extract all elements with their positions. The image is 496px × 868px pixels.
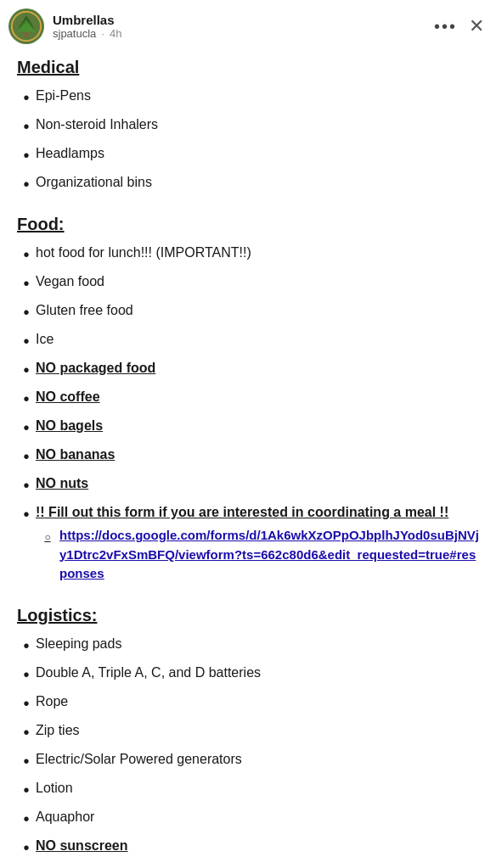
bullet-text: Sleeping pads	[36, 634, 479, 654]
list-item: •Lotion	[17, 778, 479, 802]
bullet-icon: •	[17, 749, 36, 773]
section-logistics: Logistics:•Sleeping pads•Double A, Tripl…	[17, 606, 479, 860]
app-container: Umbrellas sjpatucla · 4h ••• ✕ Medical•E…	[0, 0, 496, 868]
list-item: •NO packaged food	[17, 358, 479, 382]
list-item: •Organizational bins	[17, 172, 479, 196]
bullet-icon: •	[17, 720, 36, 744]
time-ago: 4h	[110, 27, 121, 40]
bullet-text: Ice	[36, 329, 479, 350]
list-item: •Gluten free food	[17, 300, 479, 324]
bullet-icon: •	[17, 172, 36, 196]
bullet-text: Gluten free food	[36, 300, 479, 321]
bullet-list-food: •hot food for lunch!!! (IMPORTANT!!)•Veg…	[17, 243, 479, 587]
bullet-icon: •	[17, 387, 36, 411]
bullet-icon: •	[17, 692, 36, 715]
list-item: •NO bananas	[17, 445, 479, 468]
avatar	[8, 8, 44, 44]
header-right: ••• ✕	[434, 15, 484, 37]
bullet-icon: •	[17, 86, 36, 109]
list-item: •Rope	[17, 692, 479, 715]
bullet-icon: •	[17, 836, 36, 860]
list-item: •NO bagels	[17, 416, 479, 440]
bullet-text: Non-steroid Inhalers	[36, 115, 479, 135]
bullet-text: !! Fill out this form if you are interes…	[36, 502, 479, 587]
bullet-icon: •	[17, 115, 36, 138]
bullet-icon: •	[17, 807, 36, 831]
bullet-icon: •	[17, 358, 36, 382]
list-item: •NO nuts	[17, 473, 479, 497]
list-item: •NO coffee	[17, 387, 479, 411]
bullet-text: Electric/Solar Powered generators	[36, 749, 479, 770]
list-item: •Double A, Triple A, C, and D batteries	[17, 663, 479, 686]
list-item: •Aquaphor	[17, 807, 479, 831]
bullet-text: NO coffee	[36, 387, 479, 407]
bullet-text: NO nuts	[36, 473, 479, 494]
content: Medical•Epi-Pens•Non-steroid Inhalers•He…	[0, 51, 496, 868]
dot-separator: ·	[101, 27, 104, 40]
meta-line: sjpatucla · 4h	[53, 27, 121, 40]
list-item: •Electric/Solar Powered generators	[17, 749, 479, 773]
list-item: •NO sunscreen	[17, 836, 479, 860]
sub-bullet-text[interactable]: https://docs.google.com/forms/d/1Ak6wkXz…	[59, 526, 479, 584]
bullet-icon: •	[17, 416, 36, 440]
section-title-food: Food:	[17, 215, 479, 234]
logo-icon	[11, 11, 42, 42]
list-item: •Zip ties	[17, 720, 479, 744]
bullet-text: Vegan food	[36, 272, 479, 292]
list-item: •Vegan food	[17, 272, 479, 295]
bullet-text: Epi-Pens	[36, 86, 479, 106]
section-food: Food:•hot food for lunch!!! (IMPORTANT!!…	[17, 215, 479, 587]
bullet-text: Double A, Triple A, C, and D batteries	[36, 663, 479, 683]
more-options-button[interactable]: •••	[434, 17, 457, 36]
bullet-text: Lotion	[36, 778, 479, 798]
sub-list-item: ○https://docs.google.com/forms/d/1Ak6wkX…	[36, 526, 479, 584]
bullet-icon: •	[17, 634, 36, 658]
bullet-icon: •	[17, 329, 36, 353]
svg-rect-2	[25, 31, 28, 36]
bullet-icon: •	[17, 143, 36, 167]
bullet-icon: •	[17, 272, 36, 295]
section-medical: Medical•Epi-Pens•Non-steroid Inhalers•He…	[17, 58, 479, 196]
bullet-list-logistics: •Sleeping pads•Double A, Triple A, C, an…	[17, 634, 479, 860]
bullet-text: Headlamps	[36, 143, 479, 164]
header-text: Umbrellas sjpatucla · 4h	[53, 13, 121, 40]
bullet-text: NO packaged food	[36, 358, 479, 378]
bullet-icon: •	[17, 445, 36, 468]
bullet-text: Organizational bins	[36, 172, 479, 193]
list-item: •hot food for lunch!!! (IMPORTANT!!)	[17, 243, 479, 266]
header-left: Umbrellas sjpatucla · 4h	[8, 8, 121, 44]
bullet-text: NO bananas	[36, 445, 479, 465]
list-item: •!! Fill out this form if you are intere…	[17, 502, 479, 587]
list-item: •Sleeping pads	[17, 634, 479, 658]
bullet-text: Rope	[36, 692, 479, 712]
header: Umbrellas sjpatucla · 4h ••• ✕	[0, 0, 496, 51]
close-button[interactable]: ✕	[469, 15, 484, 37]
bullet-icon: •	[17, 243, 36, 266]
list-item: •Epi-Pens	[17, 86, 479, 109]
bullet-icon: •	[17, 300, 36, 324]
sub-list: ○https://docs.google.com/forms/d/1Ak6wkX…	[36, 526, 479, 584]
sub-bullet-icon: ○	[36, 526, 59, 545]
username: sjpatucla	[53, 27, 96, 40]
bullet-text: Aquaphor	[36, 807, 479, 827]
section-title-logistics: Logistics:	[17, 606, 479, 625]
list-item: •Ice	[17, 329, 479, 353]
list-item: •Headlamps	[17, 143, 479, 167]
bullet-icon: •	[17, 778, 36, 802]
bullet-text: NO sunscreen	[36, 836, 479, 856]
hyperlink[interactable]: https://docs.google.com/forms/d/1Ak6wkXz…	[59, 528, 479, 580]
bullet-text: NO bagels	[36, 416, 479, 436]
bullet-list-medical: •Epi-Pens•Non-steroid Inhalers•Headlamps…	[17, 86, 479, 196]
bullet-text: Zip ties	[36, 720, 479, 741]
bullet-icon: •	[17, 663, 36, 686]
list-item: •Non-steroid Inhalers	[17, 115, 479, 138]
section-title-medical: Medical	[17, 58, 479, 77]
account-name: Umbrellas	[53, 13, 121, 27]
bullet-text: hot food for lunch!!! (IMPORTANT!!)	[36, 243, 479, 263]
bullet-icon: •	[17, 502, 36, 526]
bullet-icon: •	[17, 473, 36, 497]
